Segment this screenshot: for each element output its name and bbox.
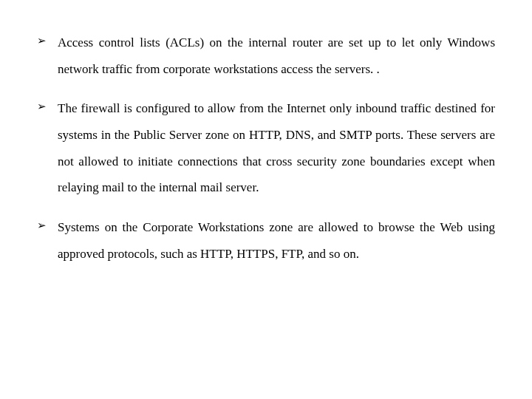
bullet-text: Systems on the Corporate Workstations zo… bbox=[58, 220, 495, 261]
bullet-text: Access control lists (ACLs) on the inter… bbox=[58, 35, 495, 76]
list-item: ➢ Access control lists (ACLs) on the int… bbox=[37, 30, 495, 82]
list-item: ➢ Systems on the Corporate Workstations … bbox=[37, 214, 495, 267]
arrow-bullet-icon: ➢ bbox=[37, 95, 47, 119]
bullet-list: ➢ Access control lists (ACLs) on the int… bbox=[37, 30, 495, 267]
bullet-text: The firewall is configured to allow from… bbox=[58, 101, 495, 194]
arrow-bullet-icon: ➢ bbox=[37, 30, 47, 53]
list-item: ➢ The firewall is configured to allow fr… bbox=[37, 95, 495, 201]
arrow-bullet-icon: ➢ bbox=[37, 214, 47, 238]
